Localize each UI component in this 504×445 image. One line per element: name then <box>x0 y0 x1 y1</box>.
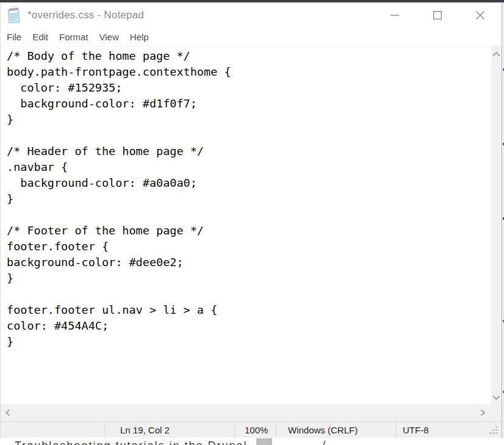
background-clipped-text: Troubleshooting tutorials in the Drupal <box>15 440 248 445</box>
scroll-left-icon[interactable] <box>4 408 12 417</box>
status-spacer <box>1 422 105 438</box>
close-button[interactable] <box>459 2 502 28</box>
menu-bar: File Edit Format View Help <box>1 28 502 46</box>
status-zoom-level[interactable]: 100% <box>234 422 276 438</box>
code-line: background-color: #a0a0a0; <box>7 175 492 191</box>
screen: *overrides.css - Notepad File Edi <box>0 0 504 445</box>
code-line: } <box>7 112 492 128</box>
code-line <box>7 128 492 143</box>
status-encoding: UTF-8 <box>396 422 502 438</box>
text-editor[interactable]: /* Body of the home page */ body.path-fr… <box>1 46 492 404</box>
scroll-up-icon[interactable] <box>491 50 502 59</box>
background-gray-box <box>256 438 272 445</box>
status-line-ending: Windows (CRLF) <box>276 422 396 438</box>
code-line: footer.footer ul.nav > li > a { <box>7 302 492 318</box>
code-line: } <box>7 270 492 286</box>
menu-help[interactable]: Help <box>124 28 154 46</box>
minimize-button[interactable] <box>373 2 416 28</box>
maximize-button[interactable] <box>416 2 459 28</box>
menu-edit[interactable]: Edit <box>27 28 54 46</box>
code-line: .navbar { <box>7 159 492 175</box>
background-window-strip: Troubleshooting tutorials in the Drupal … <box>0 438 504 445</box>
scroll-right-icon[interactable] <box>478 408 487 417</box>
code-line: color: #152935; <box>7 80 492 96</box>
menu-view[interactable]: View <box>94 28 124 46</box>
menu-format[interactable]: Format <box>54 28 94 46</box>
status-bar: Ln 19, Col 2 100% Windows (CRLF) UTF-8 <box>1 421 502 438</box>
title-bar[interactable]: *overrides.css - Notepad <box>1 2 502 28</box>
notepad-icon <box>6 7 22 24</box>
background-clipped-slash: / <box>322 439 325 445</box>
code-line: } <box>7 191 492 207</box>
window-title: *overrides.css - Notepad <box>27 9 144 21</box>
code-line: } <box>7 334 492 350</box>
menu-file[interactable]: File <box>1 28 27 46</box>
vertical-scrollbar[interactable] <box>491 46 502 404</box>
code-line: /* Header of the home page */ <box>7 143 492 159</box>
code-line: background-color: #dee0e2; <box>7 255 492 270</box>
code-line <box>7 286 492 302</box>
scroll-down-icon[interactable] <box>491 393 502 402</box>
code-line: background-color: #d1f0f7; <box>7 96 492 112</box>
resize-grip-icon[interactable] <box>489 426 498 435</box>
notepad-window: *overrides.css - Notepad File Edi <box>0 2 502 438</box>
code-line: /* Body of the home page */ <box>7 48 492 64</box>
code-line: footer.footer { <box>7 239 492 255</box>
status-cursor-position: Ln 19, Col 2 <box>105 422 234 438</box>
code-line: color: #454A4C; <box>7 318 492 334</box>
window-controls <box>373 2 502 28</box>
code-line: body.path-frontpage.contexthome { <box>7 64 492 80</box>
horizontal-scrollbar[interactable] <box>1 404 502 421</box>
code-line: /* Footer of the home page */ <box>7 223 492 239</box>
code-line <box>7 207 492 223</box>
